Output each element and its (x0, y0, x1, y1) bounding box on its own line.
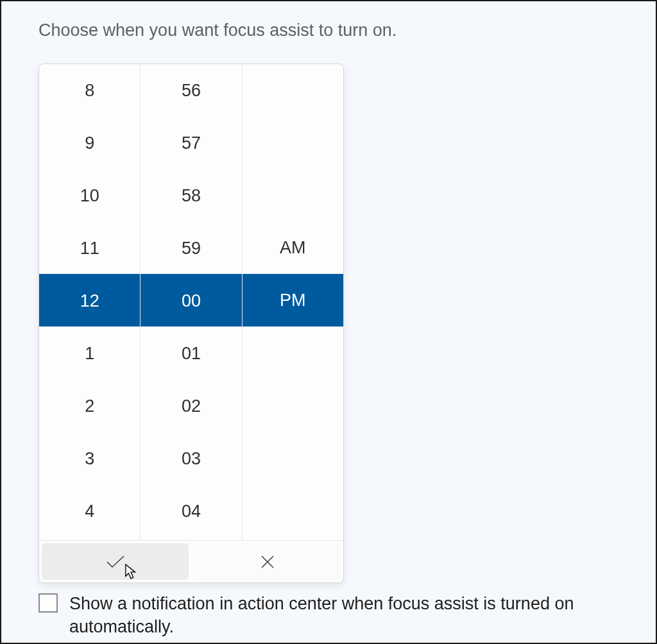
hour-column[interactable]: 8 9 10 11 12 1 2 3 4 (39, 64, 141, 540)
hour-option-selected[interactable]: 12 (39, 275, 140, 327)
ampm-option-selected[interactable]: PM (243, 274, 343, 326)
hour-option[interactable]: 3 (39, 432, 140, 485)
confirm-button[interactable] (42, 543, 189, 580)
ampm-option[interactable]: AM (243, 221, 343, 274)
minute-option-selected[interactable]: 00 (141, 275, 241, 327)
minute-option[interactable]: 58 (141, 169, 241, 222)
hour-option[interactable]: 4 (39, 485, 140, 538)
minute-option[interactable]: 02 (141, 380, 241, 432)
minute-option[interactable]: 04 (141, 485, 241, 538)
notification-checkbox-label: Show a notification in action center whe… (69, 592, 602, 639)
time-picker-buttons (39, 540, 343, 582)
minute-column[interactable]: 56 57 58 59 00 01 02 03 04 (141, 64, 242, 540)
ampm-column[interactable]: AM PM (243, 64, 343, 540)
close-icon (260, 554, 275, 570)
check-icon (105, 554, 126, 570)
minute-option[interactable]: 57 (141, 117, 241, 169)
minute-option[interactable]: 01 (141, 327, 241, 380)
time-picker-flyout: 8 9 10 11 12 1 2 3 4 56 57 58 59 00 (38, 64, 344, 583)
time-picker-columns: 8 9 10 11 12 1 2 3 4 56 57 58 59 00 (39, 64, 343, 540)
hour-option[interactable]: 9 (39, 117, 140, 169)
notification-checkbox[interactable] (38, 593, 58, 613)
hour-option[interactable]: 1 (39, 327, 140, 380)
cancel-button[interactable] (194, 543, 341, 580)
hour-option[interactable]: 11 (39, 222, 140, 275)
minute-option[interactable]: 03 (141, 432, 241, 485)
hour-option[interactable]: 10 (39, 169, 140, 222)
hour-option[interactable]: 2 (39, 380, 140, 432)
instruction-text: Choose when you want focus assist to tur… (38, 21, 619, 40)
settings-panel: Choose when you want focus assist to tur… (0, 0, 657, 644)
minute-option[interactable]: 59 (141, 222, 241, 275)
cursor-icon (124, 563, 139, 580)
hour-option[interactable]: 8 (39, 64, 140, 117)
notification-checkbox-row: Show a notification in action center whe… (38, 592, 619, 639)
minute-option[interactable]: 56 (141, 64, 241, 117)
